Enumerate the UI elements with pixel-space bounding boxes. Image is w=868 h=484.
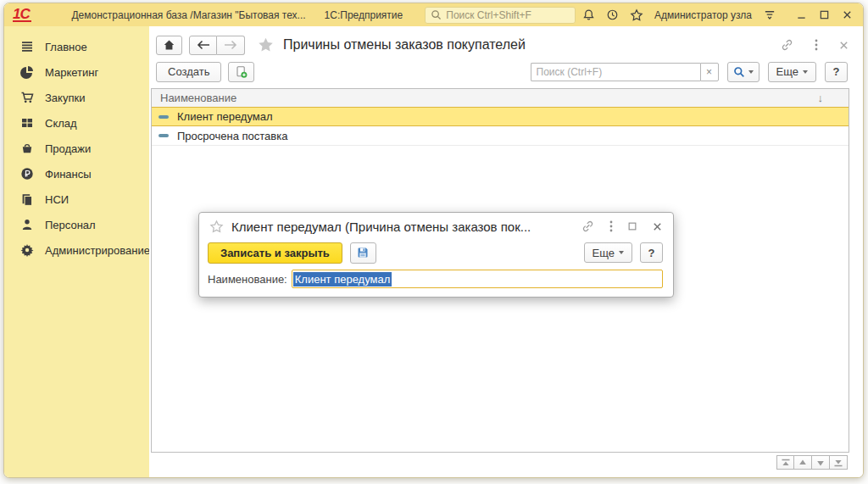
save-button[interactable] [350, 242, 376, 264]
service-menu-icon[interactable] [763, 8, 776, 21]
more-dots-icon[interactable] [815, 38, 818, 52]
sidebar-item-main[interactable]: Главное [4, 34, 149, 59]
dialog-get-link-icon[interactable] [581, 220, 595, 233]
menu-lines-icon [20, 40, 34, 53]
sidebar-item-label: Главное [45, 41, 87, 53]
history-icon[interactable] [606, 8, 619, 21]
basket-icon [20, 142, 34, 155]
column-header-name[interactable]: Наименование [160, 92, 236, 104]
dialog-close-icon[interactable] [652, 221, 663, 232]
add-favorite-star-icon[interactable] [257, 36, 275, 53]
list-scroll-buttons [776, 455, 848, 470]
close-form-icon[interactable] [838, 40, 849, 51]
dialog-toolbar-right: Еще ? [576, 242, 663, 263]
app-window: 1С Демонстрационная база /Магазин "Бытов… [3, 3, 864, 478]
gear-icon [20, 243, 34, 257]
clear-search-icon[interactable]: × [700, 63, 719, 81]
get-link-icon[interactable] [780, 38, 794, 52]
dialog-title: Клиент передумал (Причина отмены заказов… [231, 220, 531, 234]
sidebar-item-personnel[interactable]: Персонал [4, 212, 149, 237]
name-field-label: Наименование: [208, 273, 287, 286]
database-title: Демонстрационная база /Магазин "Бытовая … [71, 9, 305, 21]
main-menu-icon[interactable] [45, 9, 55, 21]
sidebar-item-nsi[interactable]: НСИ [4, 186, 149, 212]
row-label: Клиент передумал [177, 110, 273, 123]
list-toolbar: Создать × Еще [156, 61, 848, 82]
1c-logo: 1С [13, 8, 31, 22]
pie-chart-icon [20, 65, 34, 79]
minimize-icon[interactable] [796, 9, 807, 20]
sidebar-item-warehouse[interactable]: Склад [4, 110, 149, 136]
list-toolbar-right: × Еще ? [531, 62, 848, 82]
scroll-to-bottom-button[interactable] [830, 455, 848, 470]
item-marker-icon [159, 134, 169, 137]
table-row[interactable]: Просрочена поставка [152, 126, 849, 146]
create-by-copy-button[interactable] [228, 62, 254, 82]
chevron-down-icon [748, 70, 754, 74]
maximize-icon[interactable] [819, 9, 830, 20]
selected-text: Клиент передумал [293, 272, 392, 287]
chevron-down-icon [803, 70, 808, 74]
navigation-row: Причины отмены заказов покупателей [156, 34, 849, 56]
name-field[interactable]: Клиент передумал [292, 270, 663, 288]
window-controls [796, 9, 853, 20]
dialog-toolbar: Записать и закрыть Еще ? [199, 238, 673, 264]
sidebar-item-marketing[interactable]: Маркетинг [4, 59, 149, 85]
sidebar-item-finance[interactable]: Финансы [4, 161, 149, 186]
app-name: 1С:Предприятие [325, 9, 403, 21]
grid-icon [20, 116, 34, 130]
dialog-more-dots-icon[interactable] [609, 220, 613, 233]
dialog-maximize-icon[interactable] [627, 221, 637, 231]
scroll-up-button[interactable] [794, 455, 812, 470]
sidebar-item-label: Закупки [45, 92, 85, 104]
cart-icon [20, 91, 34, 104]
list-search: × [531, 63, 719, 81]
more-actions-button[interactable]: Еще [768, 62, 816, 82]
list-search-input[interactable] [531, 63, 700, 81]
chevron-down-icon [619, 251, 624, 254]
sidebar-item-purchases[interactable]: Закупки [4, 85, 149, 110]
save-and-close-button[interactable]: Записать и закрыть [208, 242, 342, 264]
table-header-row[interactable]: Наименование ↓ [152, 89, 849, 108]
history-nav-group [189, 36, 245, 55]
favorites-star-icon[interactable] [630, 8, 643, 22]
name-field-row: Наименование: Клиент передумал [199, 264, 673, 288]
sidebar-item-label: Маркетинг [45, 66, 98, 79]
dialog-more-button[interactable]: Еще [584, 242, 632, 263]
item-marker-icon [159, 115, 169, 119]
table-row[interactable]: Клиент передумал [152, 107, 849, 126]
sidebar-item-label: Финансы [45, 168, 92, 181]
sidebar-item-label: НСИ [45, 193, 69, 206]
global-search-input[interactable] [446, 9, 570, 21]
sidebar-item-sales[interactable]: Продажи [4, 136, 149, 161]
global-search[interactable] [425, 7, 576, 24]
forward-button[interactable] [217, 36, 245, 55]
create-button[interactable]: Создать [156, 62, 221, 82]
screen: 1С Демонстрационная база /Магазин "Бытов… [0, 0, 868, 484]
search-options-button[interactable] [727, 62, 760, 82]
topbar-right: Администратор узла [582, 8, 853, 22]
person-icon [20, 218, 34, 231]
sort-descending-icon[interactable]: ↓ [818, 92, 824, 104]
notifications-bell-icon[interactable] [582, 8, 595, 21]
home-button[interactable] [156, 36, 182, 55]
sidebar-item-label: Склад [45, 117, 77, 130]
dialog-more-label: Еще [593, 247, 615, 259]
help-button[interactable]: ? [825, 62, 848, 82]
sidebar-item-label: Администрирование [45, 244, 150, 257]
dialog-favorite-star-icon[interactable] [209, 220, 224, 234]
sidebar-item-label: Персонал [45, 219, 96, 231]
sidebar-item-label: Продажи [45, 142, 91, 155]
close-window-icon[interactable] [842, 9, 853, 20]
sections-sidebar: Главное Маркетинг Закупки Склад [4, 26, 149, 477]
dialog-help-button[interactable]: ? [640, 242, 663, 263]
back-button[interactable] [189, 36, 217, 55]
scroll-down-button[interactable] [812, 455, 830, 470]
more-actions-label: Еще [776, 65, 798, 78]
dialog-title-bar: Клиент передумал (Причина отмены заказов… [199, 213, 673, 238]
form-header-icons [780, 38, 849, 52]
item-edit-dialog: Клиент передумал (Причина отмены заказов… [198, 212, 674, 298]
sidebar-item-administration[interactable]: Администрирование [4, 237, 149, 263]
scroll-to-top-button[interactable] [776, 455, 794, 470]
current-user[interactable]: Администратор узла [654, 9, 752, 21]
